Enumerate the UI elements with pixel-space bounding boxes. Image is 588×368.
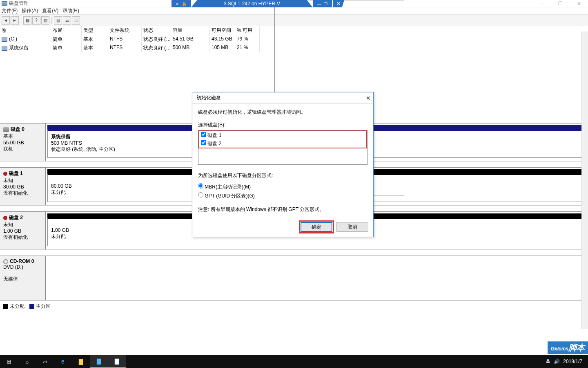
col-volume[interactable]: 卷 (0, 26, 51, 35)
menu-view[interactable]: 查看(V) (42, 7, 58, 14)
disk-pane-cd: CD-ROM 0 DVD (D:) 无媒体 (0, 256, 588, 301)
legend-label: 未分配 (10, 303, 24, 309)
disk-size: 80.00 GB (3, 184, 24, 190)
disk-checkbox-2[interactable]: 磁盘 2 (198, 139, 367, 148)
col-percent[interactable]: % 可用 (235, 26, 260, 35)
vertical-scrollbar[interactable] (581, 31, 588, 329)
col-layout[interactable]: 布局 (51, 26, 82, 35)
disk-name: CD-ROM 0 (10, 258, 34, 264)
col-status[interactable]: 状态 (142, 26, 171, 35)
checkbox[interactable] (201, 132, 206, 137)
tray-network-icon[interactable]: 🖧 (546, 359, 550, 364)
taskbar-app-1[interactable]: ▇ (90, 355, 108, 368)
disk-info[interactable]: 磁盘 2 未知 1.00 GB 没有初始化 (0, 212, 46, 249)
col-type[interactable]: 类型 (82, 26, 108, 35)
app-icon (2, 1, 7, 6)
cancel-button[interactable]: 取消 (336, 222, 368, 232)
task-view-icon[interactable]: ▱ (36, 355, 54, 368)
toolbar-separator (51, 17, 52, 24)
cell-layout: 简单 (51, 35, 82, 44)
toolbar-help-icon[interactable]: ? (32, 16, 40, 25)
partition-status: 状态良好 (系统, 活动, 主分区) (51, 146, 115, 152)
toolbar-view2-icon[interactable]: ▥ (41, 16, 49, 25)
disk-name: 磁盘 1 (9, 171, 23, 176)
taskbar-app-2[interactable]: ▇ (108, 355, 126, 368)
explorer-icon[interactable]: ▇ (72, 355, 90, 368)
disk-info[interactable]: CD-ROM 0 DVD (D:) 无媒体 (0, 256, 46, 300)
cell-status: 状态良好 (… (142, 35, 171, 44)
initialize-disk-dialog: 初始化磁盘 ✕ 磁盘必须经过初始化，逻辑磁盘管理器才能访问。 选择磁盘(S): … (192, 92, 374, 237)
cell-type: 基本 (82, 35, 108, 44)
lock-icon[interactable]: 🔒 (182, 2, 187, 6)
unknown-disk-icon (3, 172, 7, 176)
checkbox[interactable] (201, 140, 206, 145)
hyperv-right-controls: — ❐ (313, 0, 332, 7)
disk-type: DVD (D:) (3, 264, 23, 270)
disk-type: 未知 (3, 222, 13, 227)
disk-checkbox-1[interactable]: 磁盘 1 (198, 130, 367, 139)
search-icon[interactable]: ⌕ (18, 355, 36, 368)
toolbar: ◄ ► ▦ ? ▥ ▤ ☷ ▭ (0, 15, 588, 26)
pin-icon[interactable]: ⇤ (176, 2, 179, 6)
disk-state: 联机 (3, 146, 13, 152)
col-free[interactable]: 可用空间 (210, 26, 235, 35)
system-tray: 🖧 🔊 2018/1/7 (542, 355, 586, 368)
radio[interactable] (198, 183, 203, 188)
toolbar-view1-icon[interactable]: ▦ (23, 16, 31, 25)
hv-minimize-icon[interactable]: — (317, 2, 321, 6)
col-capacity[interactable]: 容量 (171, 26, 210, 35)
menu-action[interactable]: 操作(A) (22, 7, 38, 14)
dialog-titlebar: 初始化磁盘 ✕ (192, 92, 373, 104)
menu-file[interactable]: 文件(F) (2, 7, 18, 14)
radio[interactable] (198, 192, 203, 197)
dialog-close-button[interactable]: ✕ (366, 95, 371, 101)
legend-swatch-primary (29, 304, 34, 309)
disk-selection-list: 磁盘 1 磁盘 2 (198, 130, 368, 165)
ok-button[interactable]: 确定 (301, 222, 332, 232)
cell-free: 43.15 GB (210, 35, 235, 44)
radio-gpt[interactable]: GPT (GUID 分区表)(G) (198, 191, 368, 200)
disk-type: 未知 (3, 177, 13, 183)
menu-help[interactable]: 帮助(H) (62, 7, 79, 14)
table-header: 卷 布局 类型 文件系统 状态 容量 可用空间 % 可用 (0, 26, 588, 35)
toolbar-forward-icon[interactable]: ► (11, 16, 19, 25)
table-row[interactable]: 系统保留 简单 基本 NTFS 状态良好 (… 500 MB 105 MB 21… (0, 44, 588, 52)
maximize-button[interactable]: ❐ (551, 0, 570, 7)
select-disks-label: 选择磁盘(S): (198, 121, 368, 128)
legend-swatch-unalloc (3, 304, 8, 309)
toolbar-layout2-icon[interactable]: ☷ (63, 16, 71, 25)
radio-label: GPT (GUID 分区表)(G) (205, 193, 254, 199)
dialog-title: 初始化磁盘 (196, 94, 221, 101)
dialog-message: 磁盘必须经过初始化，逻辑磁盘管理器才能访问。 (198, 109, 368, 116)
disk-size: 55.00 GB (3, 140, 24, 146)
col-filesystem[interactable]: 文件系统 (108, 26, 142, 35)
hv-maximize-icon[interactable]: ❐ (324, 2, 327, 6)
cell-pct: 79 % (235, 35, 260, 44)
disk-info[interactable]: 磁盘 0 基本 55.00 GB 联机 (0, 123, 46, 161)
tray-sound-icon[interactable]: 🔊 (554, 359, 560, 364)
disk-state: 没有初始化 (3, 190, 28, 196)
disk-partitions (46, 256, 588, 300)
toolbar-back-icon[interactable]: ◄ (2, 16, 10, 25)
hdd-icon (3, 127, 9, 132)
dialog-note: 注意: 所有早期版本的 Windows 都不识别 GPT 分区形式。 (198, 206, 368, 213)
toolbar-layout1-icon[interactable]: ▤ (54, 16, 62, 25)
radio-label: MBR(主启动记录)(M) (205, 184, 251, 190)
tray-date[interactable]: 2018/1/7 (563, 359, 582, 364)
cell-vol: 系统保留 (0, 44, 51, 52)
partition-size: 500 MB NTFS (51, 140, 82, 146)
legend: 未分配 主分区 (0, 301, 588, 312)
minimize-button[interactable]: — (533, 0, 551, 7)
disk-state: 无媒体 (3, 276, 18, 282)
radio-mbr[interactable]: MBR(主启动记录)(M) (198, 182, 368, 191)
start-button[interactable]: ⊞ (0, 355, 18, 368)
table-row[interactable]: (C:) 简单 基本 NTFS 状态良好 (… 54.51 GB 43.15 G… (0, 35, 588, 44)
close-button[interactable]: ✕ (570, 0, 588, 7)
disk-info[interactable]: 磁盘 1 未知 80.00 GB 没有初始化 (0, 168, 46, 205)
cell-layout: 简单 (51, 44, 82, 52)
disk-type: 基本 (3, 133, 13, 139)
toolbar-layout3-icon[interactable]: ▭ (72, 16, 80, 25)
ie-icon[interactable]: e (54, 355, 72, 368)
hyperv-title: 3.SQL1-242 on HYPER-V (191, 0, 313, 7)
hv-close-button[interactable]: ✕ (333, 0, 344, 7)
